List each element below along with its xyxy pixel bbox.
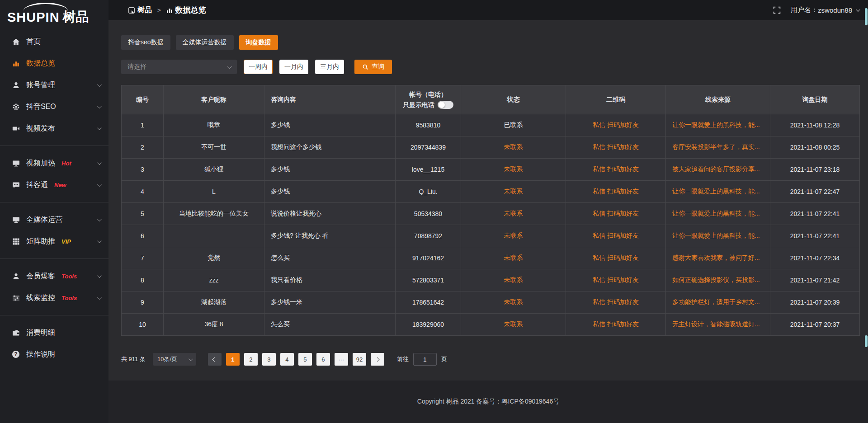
breadcrumb-separator: > <box>157 7 161 14</box>
cell-qrcode-link[interactable]: 私信 扫码加好友 <box>566 269 666 291</box>
range-button-一月内[interactable]: 一月内 <box>279 60 308 74</box>
cell-source-link[interactable]: 被大家追着问的客厅投影分享... <box>666 159 770 181</box>
range-buttons: 一周内一月内三月内 <box>237 60 344 74</box>
chevron-down-icon <box>97 273 102 278</box>
cell-source-link[interactable]: 让你一眼就爱上的黑科技，能... <box>666 181 770 203</box>
chevron-down-icon <box>97 217 102 221</box>
cell-content: 我只看价格 <box>264 269 396 291</box>
scrollbar-marker[interactable] <box>865 8 868 25</box>
cell-source-link[interactable]: 让你一眼就爱上的黑科技，能... <box>666 225 770 247</box>
cell-qrcode-link[interactable]: 私信 扫码加好友 <box>566 159 666 181</box>
sidebar-item-label: 抖音SEO <box>26 102 56 112</box>
user-icon <box>12 273 20 280</box>
page-button-3[interactable]: 3 <box>262 353 276 366</box>
sidebar-badge: Tools <box>61 273 77 280</box>
breadcrumb-root[interactable]: 树品 <box>137 5 152 15</box>
cell-id: 2 <box>122 136 164 159</box>
chevron-down-icon <box>97 239 102 243</box>
page-button-6[interactable]: 6 <box>316 353 330 366</box>
sidebar-item-label: 线索监控 <box>26 293 55 303</box>
sidebar-divider <box>0 258 108 259</box>
table-row: 2不可一世我想问这个多少钱2097344839未联系私信 扫码加好友客厅安装投影… <box>122 136 860 159</box>
cell-source-link[interactable]: 多功能护栏灯，适用于乡村文... <box>666 291 770 314</box>
sidebar-item-线索监控[interactable]: 线索监控Tools <box>0 287 108 309</box>
sidebar-item-label: 视频发布 <box>26 124 55 133</box>
question-icon: ? <box>12 351 20 358</box>
sidebar-item-消费明细[interactable]: 消费明细 <box>0 322 108 343</box>
sidebar-item-矩阵助推[interactable]: 矩阵助推VIP <box>0 230 108 252</box>
cell-source-link[interactable]: 感谢大家喜欢我家，被问了好... <box>666 247 770 269</box>
sidebar-item-会员爆客[interactable]: 会员爆客Tools <box>0 265 108 287</box>
cell-qrcode-link[interactable]: 私信 扫码加好友 <box>566 247 666 269</box>
table-header-row: 编号 客户昵称 咨询内容 帐号（电话） 只显示电话 状态 二维码 线索来源 询盘… <box>122 85 860 114</box>
chat-icon <box>12 181 20 189</box>
username: zswodun88 <box>818 6 852 14</box>
sidebar-item-首页[interactable]: 首页 <box>0 31 108 52</box>
cell-qrcode-link[interactable]: 私信 扫码加好友 <box>566 114 666 136</box>
sidebar-item-账号管理[interactable]: 账号管理 <box>0 74 108 96</box>
cell-qrcode-link[interactable]: 私信 扫码加好友 <box>566 291 666 314</box>
goto-unit: 页 <box>441 355 447 363</box>
cell-nickname: 不可一世 <box>164 136 264 159</box>
range-button-一周内[interactable]: 一周内 <box>244 60 273 74</box>
page-button-4[interactable]: 4 <box>280 353 294 366</box>
cell-source-link[interactable]: 客厅安装投影半年多了，真实... <box>666 136 770 159</box>
cell-source-link[interactable]: 让你一眼就爱上的黑科技，能... <box>666 114 770 136</box>
cell-account: 9583810 <box>396 114 461 136</box>
tab-抖音seo数据[interactable]: 抖音seo数据 <box>121 35 170 50</box>
cell-id: 6 <box>122 225 164 247</box>
chevron-right-icon <box>375 357 380 362</box>
page-button-5[interactable]: 5 <box>298 353 312 366</box>
filter-select-placeholder: 请选择 <box>127 63 146 71</box>
page-button-1[interactable]: 1 <box>226 353 240 366</box>
cell-source-link[interactable]: 让你一眼就爱上的黑科技，能... <box>666 203 770 225</box>
cell-qrcode-link[interactable]: 私信 扫码加好友 <box>566 136 666 159</box>
phone-only-toggle[interactable] <box>438 101 453 109</box>
search-icon <box>362 64 368 70</box>
cell-qrcode-link[interactable]: 私信 扫码加好友 <box>566 203 666 225</box>
sidebar-item-数据总览[interactable]: 数据总览 <box>0 52 108 74</box>
cell-nickname: 哦章 <box>164 114 264 136</box>
page-size-select[interactable]: 10条/页 <box>153 353 196 366</box>
cell-content: 怎么买 <box>264 314 396 336</box>
range-button-三月内[interactable]: 三月内 <box>315 60 344 74</box>
tab-询盘数据[interactable]: 询盘数据 <box>239 35 278 50</box>
fullscreen-icon[interactable] <box>773 6 781 14</box>
cell-nickname: L <box>164 181 264 203</box>
cell-status: 未联系 <box>461 314 566 336</box>
next-page-button[interactable] <box>371 353 384 366</box>
cell-qrcode-link[interactable]: 私信 扫码加好友 <box>566 181 666 203</box>
search-button[interactable]: 查询 <box>354 60 392 74</box>
cell-source-link[interactable]: 无主灯设计，智能磁吸轨道灯... <box>666 314 770 336</box>
cell-content: 说说价格让我死心 <box>264 203 396 225</box>
filter-select[interactable]: 请选择 <box>121 60 237 74</box>
sidebar-item-视频加热[interactable]: 视频加热Hot <box>0 152 108 174</box>
table-row: 1哦章多少钱9583810已联系私信 扫码加好友让你一眼就爱上的黑科技，能...… <box>122 114 860 136</box>
cell-qrcode-link[interactable]: 私信 扫码加好友 <box>566 314 666 336</box>
page-button-92[interactable]: 92 <box>353 353 366 366</box>
cell-qrcode-link[interactable]: 私信 扫码加好友 <box>566 225 666 247</box>
sidebar-item-视频发布[interactable]: 视频发布 <box>0 118 108 139</box>
goto-page-input[interactable] <box>413 353 437 366</box>
logo-text-en: SHUPIN <box>7 10 60 25</box>
scrollbar-marker[interactable] <box>865 335 868 347</box>
cell-id: 9 <box>122 291 164 314</box>
tab-全媒体运营数据[interactable]: 全媒体运营数据 <box>176 35 234 50</box>
bar-chart-icon <box>166 7 173 14</box>
cell-source-link[interactable]: 如何正确选择投影仪，买投影... <box>666 269 770 291</box>
page-ellipsis-button[interactable]: ··· <box>335 353 348 366</box>
cell-id: 1 <box>122 114 164 136</box>
page-size-value: 10条/页 <box>157 355 177 363</box>
page-button-2[interactable]: 2 <box>244 353 258 366</box>
sidebar-item-抖音SEO[interactable]: 抖音SEO <box>0 96 108 118</box>
gear-icon <box>12 103 20 111</box>
user-menu[interactable]: 用户名： zswodun88 <box>791 6 859 14</box>
cell-status: 已联系 <box>461 114 566 136</box>
sidebar-item-操作说明[interactable]: ?操作说明 <box>0 343 108 365</box>
prev-page-button[interactable] <box>208 353 222 366</box>
sidebar-item-全媒体运营[interactable]: 全媒体运营 <box>0 209 108 230</box>
sidebar-item-抖客通[interactable]: 抖客通New <box>0 174 108 196</box>
cell-account: 178651642 <box>396 291 461 314</box>
sidebar-item-label: 抖客通 <box>26 180 48 190</box>
screen-icon <box>12 160 20 167</box>
